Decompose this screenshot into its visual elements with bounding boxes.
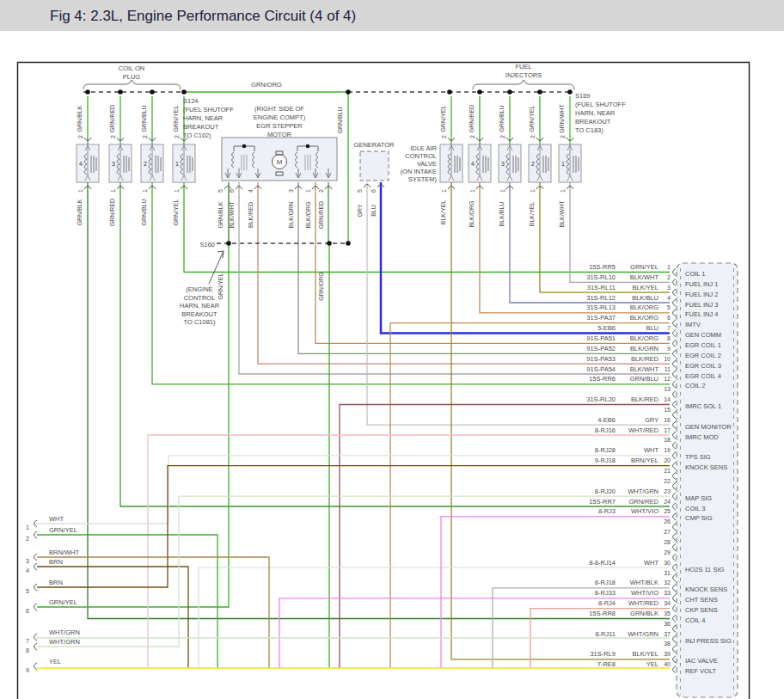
pin-number: 2 — [667, 274, 671, 280]
wire-id: 8-8-RJ14 — [589, 559, 616, 567]
wire-color: BLK/WHT — [630, 273, 659, 281]
vertical-wire-label: 2 — [77, 135, 83, 138]
component-number: 4 — [471, 161, 475, 167]
vertical-wire-label: 1 — [305, 189, 311, 193]
pin-function-label: EGR COIL 2 — [685, 352, 721, 359]
vertical-wire-label: BLK/WHT — [559, 200, 565, 228]
vertical-wire-label: 2 — [560, 135, 566, 138]
wire-color-label: GRN/YEL — [49, 526, 77, 534]
vertical-wire-label: 1 — [560, 189, 566, 193]
junction-dot — [447, 89, 452, 95]
wire-color-label: YEL — [49, 658, 61, 665]
pin-function-label: COIL 3 — [685, 505, 705, 512]
vertical-wire-label: 6 — [229, 189, 235, 193]
pin-number: 37 — [664, 631, 671, 637]
pin-function-label: FUEL INJ 1 — [685, 280, 718, 288]
vertical-wire-label: 2 — [142, 135, 148, 138]
iac-label: CONTROL — [405, 152, 437, 160]
fuel-injectors-label: INJECTORS — [505, 71, 542, 79]
vertical-wire-label: 3 — [288, 189, 294, 193]
pin-number: 36 — [664, 621, 671, 627]
wire-color: YEL — [646, 660, 658, 668]
wire-color-label: BRN — [49, 558, 63, 566]
pin-number: 19 — [664, 447, 671, 453]
vertical-wire-label: GRN/BLU — [141, 105, 147, 132]
vertical-wire-label: 2 — [110, 135, 116, 138]
pin-function-label: KNOCK SENS — [685, 463, 727, 471]
vertical-wire-label: GRN/RED — [469, 105, 475, 132]
pin-function-label: FUEL INJ 3 — [685, 301, 718, 309]
wire-color: GRN/BLU — [630, 375, 658, 383]
pin-number: 2 — [26, 536, 29, 542]
pin-number: 31 — [664, 570, 671, 576]
wire-color: GRY — [645, 416, 658, 424]
pin-number: 8 — [26, 647, 29, 653]
vertical-wire-label: GRN/BLU — [337, 107, 343, 133]
pin-number: 20 — [664, 457, 671, 463]
pin-function-label: CKP SENS — [685, 606, 718, 614]
vertical-wire-label: 6 — [371, 189, 377, 193]
egr-junction-dot — [306, 144, 309, 148]
motor-m-label: M — [277, 158, 283, 166]
ignition-coil-2: 2 — [141, 138, 163, 189]
vertical-wire-label: BLK/ORG — [469, 200, 475, 227]
vertical-wire-label: BLK/GRN — [288, 202, 294, 229]
junction-dot — [477, 89, 482, 95]
pin-number: 1 — [26, 524, 29, 530]
s169-note: BREAKOUT — [575, 118, 611, 126]
wire-color: WHT/RED — [628, 599, 659, 607]
wire-color: WHT — [644, 559, 658, 567]
junction-dot — [346, 89, 351, 95]
pin-number: 22 — [664, 478, 671, 484]
pin-number: 32 — [664, 579, 671, 586]
vertical-wire-label: GRN/WHT — [559, 104, 565, 133]
egr-title: (RIGHT SIDE OF — [254, 105, 304, 113]
vertical-wire-label: GRN/BLK — [217, 201, 224, 228]
wire-color-label: WHT/GRN — [49, 628, 80, 636]
wire-color: WHT/BLK — [630, 579, 658, 586]
vertical-wire-label: GRN/BLK — [77, 105, 83, 132]
egr-junction-dot — [242, 144, 246, 148]
wire-color: BLU — [646, 324, 658, 332]
junction-dot — [118, 89, 123, 95]
fuel-injector-4: 4 — [469, 138, 491, 189]
pin-number: 3 — [667, 285, 671, 291]
pin-number: 27 — [664, 529, 671, 535]
fuel-injectors-label: FUEL — [515, 63, 531, 71]
pin-function-label: KNOCK SENS — [685, 586, 727, 593]
wire-color: BLK/GRN — [630, 345, 658, 353]
pin-function-label: IMRC MOD — [685, 433, 719, 441]
wire-id: 8-RJ4 — [598, 599, 616, 607]
wire-color: BLK/YEL — [633, 284, 658, 291]
pin-number: 35 — [664, 610, 671, 616]
junction-dot — [537, 89, 542, 95]
pin-number: 34 — [664, 600, 671, 606]
pin-number: 7 — [26, 638, 29, 644]
pin-function-label: REF VOLT — [685, 667, 717, 675]
junction-dot — [226, 241, 231, 246]
page-title: Fig 4: 2.3L, Engine Performance Circuit … — [50, 8, 356, 24]
coil-on-plug-label: COIL ON — [119, 64, 145, 72]
pin-function-label: GEN MONITOR — [685, 423, 732, 431]
wire-id: 15S-RR6 — [589, 375, 616, 383]
junction-dot — [327, 241, 332, 246]
pin-number: 26 — [664, 518, 671, 524]
pin-number: 4 — [667, 295, 671, 301]
vertical-wire-label: BLK/YEL — [440, 200, 446, 225]
vertical-wire-label: 2 — [441, 135, 447, 138]
coil-on-plug-label: PLUG — [123, 73, 141, 81]
wire-color: GRN/YEL — [630, 263, 658, 271]
wire-color: BLK/ORG — [630, 304, 659, 311]
wire-color: BLK/ORG — [630, 314, 659, 322]
pin-number: 18 — [664, 437, 671, 443]
component-number: 3 — [501, 161, 505, 167]
wire-id: 8-RJ11 — [595, 630, 616, 638]
pin-function-label: COIL 1 — [685, 270, 705, 278]
iac-label: VALVE — [417, 160, 437, 168]
vertical-wire-label: 2 — [318, 189, 324, 193]
wire-color-label: BRN/WHT — [49, 549, 79, 556]
vertical-wire-label: BLK/YEL — [529, 202, 535, 227]
wire-id: 31S-RL13 — [586, 304, 616, 311]
wire-id: 5-EB6 — [597, 324, 616, 332]
wire-color: GRN/RED — [628, 498, 658, 506]
